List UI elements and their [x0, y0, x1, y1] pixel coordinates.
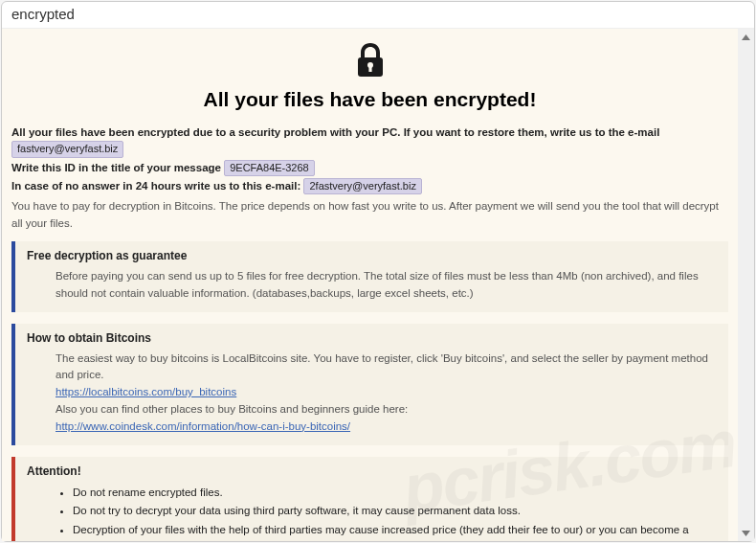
- email-chip-2: 2fastvery@veryfast.biz: [303, 178, 421, 194]
- section-attention: Attention! Do not rename encrypted files…: [11, 457, 728, 541]
- scroll-down-arrow[interactable]: [740, 527, 752, 539]
- intro-text-3: In case of no answer in 24 hours write u…: [11, 180, 303, 192]
- section-title-free: Free decryption as guarantee: [27, 249, 717, 262]
- section-title-attention: Attention!: [27, 464, 717, 478]
- content-area: All your files have been encrypted! All …: [2, 29, 738, 541]
- email-chip-1: fastvery@veryfast.biz: [11, 141, 123, 157]
- list-item: Decryption of your files with the help o…: [73, 521, 717, 541]
- svg-rect-2: [368, 66, 371, 72]
- bitcoins-link-1[interactable]: https://localbitcoins.com/buy_bitcoins: [56, 386, 236, 397]
- vertical-scrollbar[interactable]: [738, 29, 754, 541]
- bitcoins-text-2: Also you can find other places to buy Bi…: [56, 403, 408, 415]
- intro-line-1: All your files have been encrypted due t…: [11, 124, 728, 158]
- section-body-free: Before paying you can send us up to 5 fi…: [27, 268, 717, 303]
- section-title-bitcoins: How to obtain Bitcoins: [27, 331, 717, 345]
- lock-icon: [11, 42, 728, 82]
- section-bitcoins: How to obtain Bitcoins The easiest way t…: [11, 324, 728, 445]
- ransom-window: encrypted All your files have been encry…: [1, 1, 755, 542]
- section-body-bitcoins: The easiest way to buy bitcoins is Local…: [27, 351, 717, 436]
- id-chip: 9ECFA84E-3268: [224, 160, 315, 176]
- intro-line-2: Write this ID in the title of your messa…: [11, 160, 728, 176]
- content-wrapper: All your files have been encrypted! All …: [2, 29, 754, 541]
- scroll-up-arrow[interactable]: [740, 31, 752, 43]
- intro-text-1: All your files have been encrypted due t…: [11, 126, 659, 138]
- list-item: Do not try to decrypt your data using th…: [73, 502, 717, 521]
- intro-line-3: In case of no answer in 24 hours write u…: [11, 178, 728, 194]
- section-free-decryption: Free decryption as guarantee Before payi…: [11, 241, 728, 312]
- list-item: Do not rename encrypted files.: [73, 484, 717, 503]
- intro-text-2: Write this ID in the title of your messa…: [11, 162, 224, 173]
- window-title: encrypted: [2, 2, 754, 29]
- payment-note: You have to pay for decryption in Bitcoi…: [11, 198, 728, 232]
- bitcoins-text-1: The easiest way to buy bitcoins is Local…: [56, 352, 708, 381]
- attention-list: Do not rename encrypted files. Do not tr…: [27, 484, 717, 541]
- bitcoins-link-2[interactable]: http://www.coindesk.com/information/how-…: [56, 420, 350, 432]
- main-heading: All your files have been encrypted!: [11, 88, 728, 111]
